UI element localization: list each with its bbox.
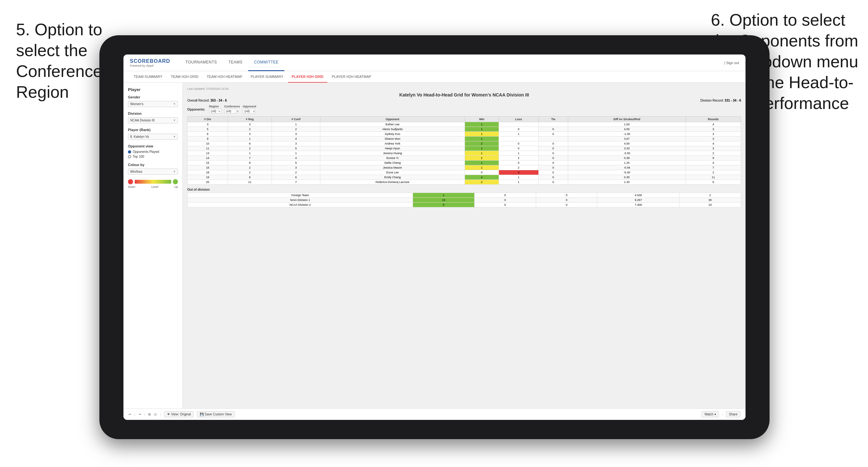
cell-reg: 2	[228, 165, 272, 170]
cell-name: Heejo Hyun	[320, 146, 465, 151]
cell-tie: 0	[538, 142, 568, 146]
view-original-label: View: Original	[171, 412, 191, 416]
sidebar-gender-value[interactable]: Women's	[128, 101, 178, 107]
save-custom-btn[interactable]: 💾 Save Custom View	[197, 411, 235, 417]
cell-rounds: 6	[686, 180, 741, 185]
ood-cell-rounds: 2	[679, 193, 741, 198]
cell-tie: 0	[538, 132, 568, 136]
sidebar-player-rank-value[interactable]: 8. Katelyn Vo	[128, 134, 178, 140]
cell-loss	[499, 122, 538, 127]
cell-diff: -1.00	[568, 132, 686, 136]
sidebar-division-value[interactable]: NCAA Division III	[128, 117, 178, 123]
sidebar-colour-by-value[interactable]: Win/loss	[128, 168, 178, 175]
main-data-table: # Div # Reg # Conf Opponent Win Loss Tie…	[187, 116, 741, 185]
cell-conf: 1	[272, 151, 320, 156]
cell-name: Esther Lee	[320, 122, 465, 127]
table-row: 13 1 1 Jessica Huang 1 1 0 -3.00 2	[188, 151, 741, 156]
table-row: 15 8 5 Stella Cheng 1 0 0 1.25 4	[188, 161, 741, 165]
sub-tab-player-h2h-heatmap[interactable]: PLAYER H2H HEATMAP	[328, 71, 375, 83]
cell-conf: 3	[272, 165, 320, 170]
main-content: Player Gender Women's Division NCAA Divi…	[123, 83, 745, 408]
cell-div: 18	[188, 170, 228, 175]
toolbar-icon1[interactable]: ⊞	[148, 412, 151, 416]
filter-opponent-group: Opponent (All)	[243, 105, 256, 114]
cell-conf: 4	[272, 156, 320, 161]
cell-name: Sharon Mun	[320, 136, 465, 142]
filter-opponent-wrap: (All)	[243, 108, 256, 114]
sub-tab-player-h2h-grid[interactable]: PLAYER H2H GRID	[288, 71, 328, 83]
sub-tab-player-summary[interactable]: PLAYER SUMMARY	[247, 71, 287, 83]
ood-cell-loss: 0	[474, 198, 536, 203]
cell-win: 4	[465, 175, 499, 180]
cell-div: 5	[188, 127, 228, 132]
ood-cell-loss: 0	[474, 193, 536, 198]
cell-reg: 7	[228, 156, 272, 161]
cell-name: Federica Domecq Lacroze	[320, 180, 465, 185]
table-row: 16 2 3 Jessica Mason 1 2 0 -0.94 7	[188, 165, 741, 170]
filter-conference-wrap: (All)	[224, 108, 240, 114]
cell-win: 2	[465, 156, 499, 161]
share-btn[interactable]: Share	[726, 411, 740, 417]
watch-btn[interactable]: Watch ▾	[702, 411, 719, 417]
eye-icon: 👁	[167, 412, 170, 416]
filter-region-select[interactable]: (All)	[209, 108, 222, 114]
save-custom-label: Save Custom View	[205, 412, 231, 416]
filter-conference-select[interactable]: (All)	[224, 108, 237, 114]
ood-table-row: NCAA Division 2 5 0 0 7.400 10	[188, 203, 741, 207]
sidebar-division: Division NCAA Division III	[128, 112, 178, 123]
cell-tie: 0	[538, 175, 568, 180]
cell-div: 14	[188, 156, 228, 161]
filter-opponent-select[interactable]: (All)	[243, 108, 255, 114]
cell-conf: 3	[272, 132, 320, 136]
cell-loss: 0	[499, 161, 538, 165]
cell-conf: 5	[272, 161, 320, 165]
sidebar-colour-by: Colour by Win/loss	[128, 163, 178, 175]
sidebar-gender: Gender Women's	[128, 95, 178, 107]
cell-div: 16	[188, 165, 228, 170]
cell-diff: -3.00	[568, 151, 686, 156]
sub-nav: TEAM SUMMARY TEAM H2H GRID TEAM H2H HEAT…	[123, 71, 745, 83]
cell-conf: 4	[272, 136, 320, 142]
tablet-device: SCOREBOARD Powered by clippd TOURNAMENTS…	[99, 35, 770, 439]
cell-name: Jessica Mason	[320, 165, 465, 170]
cell-rounds: 4	[686, 161, 741, 165]
division-record: Division Record: 331 - 34 - 6	[700, 99, 741, 102]
cell-loss: 2	[499, 156, 538, 161]
toolbar-undo[interactable]: ↩	[129, 412, 131, 416]
cell-win: 2	[465, 142, 499, 146]
toolbar-redo[interactable]: ↪	[138, 412, 141, 416]
cell-loss: 1	[499, 151, 538, 156]
radio-top100[interactable]: Top 100	[128, 155, 178, 158]
cell-reg: 8	[228, 161, 272, 165]
cell-name: Euna Lee	[320, 170, 465, 175]
legend-up-label: Up	[174, 185, 178, 188]
ood-cell-win: 1	[413, 193, 474, 198]
cell-reg: 6	[228, 175, 272, 180]
sub-tab-team-h2h-grid[interactable]: TEAM H2H GRID	[167, 71, 202, 83]
nav-tab-tournaments[interactable]: TOURNAMENTS	[180, 55, 223, 71]
filter-region-wrap: (All)	[209, 108, 222, 114]
cell-reg: 3	[228, 132, 272, 136]
sub-tab-team-h2h-heatmap[interactable]: TEAM H2H HEATMAP	[203, 71, 246, 83]
app-header: SCOREBOARD Powered by clippd TOURNAMENTS…	[123, 55, 745, 71]
division-record-label: Division Record:	[700, 99, 724, 102]
cell-div: 10	[188, 142, 228, 146]
cell-loss: 2	[499, 165, 538, 170]
cell-diff: -0.94	[568, 165, 686, 170]
toolbar-icon2[interactable]: ◷	[154, 412, 157, 416]
filter-region-group: Region (All)	[209, 105, 222, 114]
radio-opponents-played[interactable]: Opponents Played	[128, 150, 178, 154]
cell-loss: 1	[499, 175, 538, 180]
view-original-btn[interactable]: 👁 View: Original	[164, 411, 194, 417]
table-row: 5 2 2 Alexis Sudjianto 1 0 0 4.00 3	[188, 127, 741, 132]
cell-diff: 3.33	[568, 146, 686, 151]
cell-loss: 1	[499, 132, 538, 136]
nav-tab-teams[interactable]: TEAMS	[223, 55, 248, 71]
toolbar-separator1: |	[134, 412, 135, 416]
sub-tab-team-summary[interactable]: TEAM SUMMARY	[130, 71, 166, 83]
cell-div: 9	[188, 136, 228, 142]
sidebar: Player Gender Women's Division NCAA Divi…	[123, 83, 183, 408]
cell-loss: 0	[499, 146, 538, 151]
ood-cell-tie: 0	[536, 203, 597, 207]
nav-tab-committee[interactable]: COMMITTEE	[248, 55, 284, 71]
